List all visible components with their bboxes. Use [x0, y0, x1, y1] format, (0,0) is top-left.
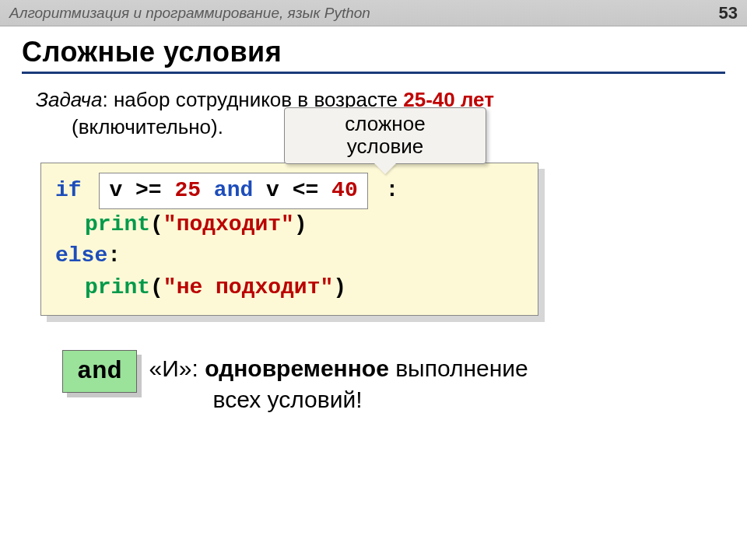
code-line-1: if v >= 25 and v <= 40 :: [55, 173, 524, 209]
colon-2: :: [107, 243, 121, 268]
explain-row: and «И»: одновременное выполнение всех у…: [62, 350, 725, 416]
explain-text: «И»: одновременное выполнение всех услов…: [149, 350, 528, 416]
fn-print-2: print: [85, 275, 150, 299]
and-badge-wrap: and: [62, 350, 137, 393]
cond-v2: v <=: [266, 178, 331, 202]
slide-title: Сложные условия: [22, 36, 725, 74]
fn-print-1: print: [85, 212, 150, 236]
code-line-4: print("не подходит"): [55, 272, 524, 304]
header-title: Алгоритмизация и программирование, язык …: [9, 5, 370, 22]
kw-else: else: [55, 243, 107, 268]
explain-tail1: выполнение: [389, 355, 528, 381]
cond-n1: 25: [174, 178, 201, 202]
code-block-wrap: if v >= 25 and v <= 40 : print("подходит…: [40, 163, 538, 315]
header-bar: Алгоритмизация и программирование, язык …: [0, 0, 747, 26]
cond-v1: v >=: [109, 178, 174, 202]
code-line-3: else:: [55, 240, 524, 272]
page-number: 53: [719, 3, 738, 23]
explain-line-1: «И»: одновременное выполнение: [149, 353, 528, 385]
callout-line-2: условие: [293, 135, 478, 158]
callout-line-1: сложное: [293, 113, 478, 135]
explain-quote: «И»:: [149, 355, 205, 381]
and-badge: and: [62, 350, 137, 393]
colon-1: :: [386, 178, 399, 202]
str-no: "не подходит": [163, 275, 333, 299]
cond-n2: 40: [331, 178, 358, 202]
explain-bold: одновременное: [205, 355, 389, 381]
condition-box: v >= 25 and v <= 40: [99, 173, 367, 209]
explain-line-2: всех условий!: [213, 384, 528, 416]
task-label: Задача: [36, 88, 102, 111]
str-ok: "подходит": [163, 212, 294, 236]
callout-box: сложное условие: [284, 107, 486, 164]
kw-and: and: [201, 178, 266, 202]
code-line-2: print("подходит"): [55, 209, 524, 241]
kw-if: if: [55, 178, 82, 202]
slide-content: Сложные условия Задача: набор сотруднико…: [0, 26, 747, 416]
code-block: if v >= 25 and v <= 40 : print("подходит…: [40, 163, 538, 315]
